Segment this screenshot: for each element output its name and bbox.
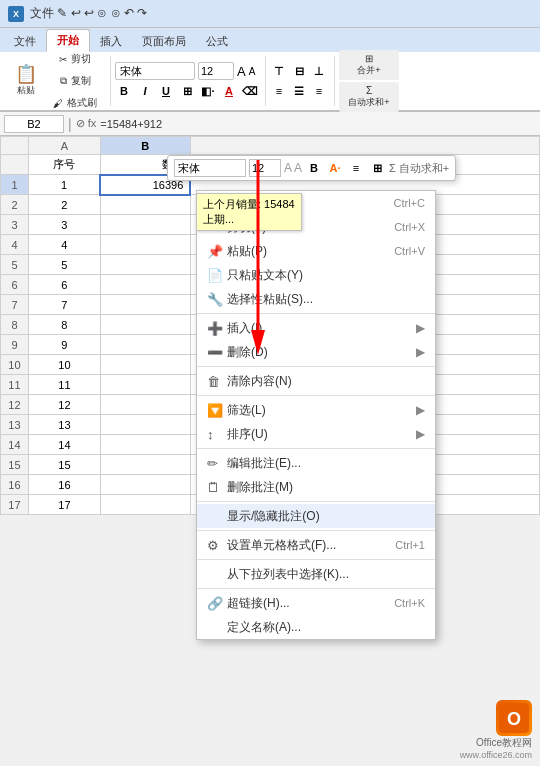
cell-a-5[interactable]: 5 (28, 255, 100, 275)
cell-a-11[interactable]: 11 (28, 375, 100, 395)
ctx-item-12[interactable]: 显示/隐藏批注(O) (197, 504, 435, 528)
ctx-item-5[interactable]: ➕ 插入(I) ▶ (197, 316, 435, 340)
fill-color-button[interactable]: ◧· (199, 82, 217, 100)
tab-file[interactable]: 文件 (4, 31, 46, 52)
cell-b-15[interactable] (100, 455, 190, 475)
row-header-5[interactable]: 5 (1, 255, 29, 275)
cell-b-6[interactable] (100, 275, 190, 295)
align-left-button[interactable]: ≡ (270, 82, 288, 100)
ctx-item-16[interactable]: 定义名称(A)... (197, 615, 435, 639)
col-header-a[interactable]: A (28, 137, 100, 155)
format-paint-button[interactable]: 🖌 格式刷 (46, 93, 104, 113)
ctx-item-2[interactable]: 📌 粘贴(P) Ctrl+V (197, 239, 435, 263)
align-center-button[interactable]: ☰ (290, 82, 308, 100)
font-size-inc[interactable]: A (237, 64, 246, 79)
tab-page-layout[interactable]: 页面布局 (132, 31, 196, 52)
row-header-4[interactable]: 4 (1, 235, 29, 255)
mini-border-button[interactable]: ⊞ (368, 159, 386, 177)
cell-b-7[interactable] (100, 295, 190, 315)
ctx-item-7[interactable]: 🗑 清除内容(N) (197, 369, 435, 393)
cell-b-11[interactable] (100, 375, 190, 395)
cell-a-4[interactable]: 4 (28, 235, 100, 255)
cell-a-1[interactable]: 1 (28, 175, 100, 195)
row-header-15[interactable]: 15 (1, 455, 29, 475)
cell-a-15[interactable]: 15 (28, 455, 100, 475)
mini-fill-button[interactable]: A· (326, 159, 344, 177)
bold-button[interactable]: B (115, 82, 133, 100)
font-name-input[interactable] (115, 62, 195, 80)
font-size-dec[interactable]: A (249, 66, 256, 77)
cut-button[interactable]: ✂ 剪切 (46, 49, 104, 69)
italic-button[interactable]: I (136, 82, 154, 100)
cell-a-6[interactable]: 6 (28, 275, 100, 295)
cell-a-2[interactable]: 2 (28, 195, 100, 215)
mini-font-size[interactable] (249, 159, 281, 177)
cell-b-2[interactable] (100, 195, 190, 215)
row-header-10[interactable]: 10 (1, 355, 29, 375)
cell-a-3[interactable]: 3 (28, 215, 100, 235)
cell-a-13[interactable]: 13 (28, 415, 100, 435)
cell-b-4[interactable] (100, 235, 190, 255)
formula-input[interactable] (100, 118, 536, 130)
align-top-button[interactable]: ⊤ (270, 62, 288, 80)
ctx-item-11[interactable]: 🗒 删除批注(M) (197, 475, 435, 499)
cell-a-9[interactable]: 9 (28, 335, 100, 355)
ctx-item-6[interactable]: ➖ 删除(D) ▶ (197, 340, 435, 364)
row-header-7[interactable]: 7 (1, 295, 29, 315)
row-header-9[interactable]: 9 (1, 335, 29, 355)
autosum-button[interactable]: Σ 自动求和+ (339, 82, 399, 112)
align-middle-button[interactable]: ⊟ (290, 62, 308, 80)
clear-format-button[interactable]: ⌫ (241, 82, 259, 100)
ctx-item-13[interactable]: ⚙ 设置单元格格式(F)... Ctrl+1 (197, 533, 435, 557)
ctx-item-15[interactable]: 🔗 超链接(H)... Ctrl+K (197, 591, 435, 615)
font-size-input[interactable] (198, 62, 234, 80)
font-color-button[interactable]: A (220, 82, 238, 100)
row-header-3[interactable]: 3 (1, 215, 29, 235)
cell-a-16[interactable]: 16 (28, 475, 100, 495)
cell-a-0[interactable]: 序号 (28, 155, 100, 175)
cell-b-16[interactable] (100, 475, 190, 495)
mini-bold-button[interactable]: B (305, 159, 323, 177)
row-header-12[interactable]: 12 (1, 395, 29, 415)
cell-b-9[interactable] (100, 335, 190, 355)
cell-b-17[interactable] (100, 495, 190, 515)
border-button[interactable]: ⊞ (178, 82, 196, 100)
cell-b-5[interactable] (100, 255, 190, 275)
cell-a-7[interactable]: 7 (28, 295, 100, 315)
row-header-17[interactable]: 17 (1, 495, 29, 515)
align-right-button[interactable]: ≡ (310, 82, 328, 100)
cell-b-3[interactable] (100, 215, 190, 235)
mini-font-name[interactable] (174, 159, 246, 177)
row-header-0[interactable] (1, 155, 29, 175)
underline-button[interactable]: U (157, 82, 175, 100)
tab-formula[interactable]: 公式 (196, 31, 238, 52)
row-header-1[interactable]: 1 (1, 175, 29, 195)
row-header-16[interactable]: 16 (1, 475, 29, 495)
cell-b-14[interactable] (100, 435, 190, 455)
copy-button[interactable]: ⧉ 复制 (46, 71, 104, 91)
cell-a-14[interactable]: 14 (28, 435, 100, 455)
cell-b-13[interactable] (100, 415, 190, 435)
ctx-item-8[interactable]: 🔽 筛选(L) ▶ (197, 398, 435, 422)
ctx-item-10[interactable]: ✏ 编辑批注(E)... (197, 451, 435, 475)
cell-b-10[interactable] (100, 355, 190, 375)
row-header-8[interactable]: 8 (1, 315, 29, 335)
cell-a-10[interactable]: 10 (28, 355, 100, 375)
cell-a-17[interactable]: 17 (28, 495, 100, 515)
row-header-13[interactable]: 13 (1, 415, 29, 435)
align-bottom-button[interactable]: ⊥ (310, 62, 328, 80)
ctx-item-9[interactable]: ↕ 排序(U) ▶ (197, 422, 435, 446)
cell-ref-input[interactable] (4, 115, 64, 133)
ctx-item-3[interactable]: 📄 只粘贴文本(Y) (197, 263, 435, 287)
col-header-b[interactable]: B (100, 137, 190, 155)
row-header-14[interactable]: 14 (1, 435, 29, 455)
cell-b-12[interactable] (100, 395, 190, 415)
merge-button[interactable]: ⊞ 合并+ (339, 50, 399, 80)
cell-a-8[interactable]: 8 (28, 315, 100, 335)
row-header-6[interactable]: 6 (1, 275, 29, 295)
paste-button[interactable]: 📋 粘贴 (8, 62, 44, 100)
row-header-11[interactable]: 11 (1, 375, 29, 395)
cell-b-8[interactable] (100, 315, 190, 335)
row-header-2[interactable]: 2 (1, 195, 29, 215)
ctx-item-14[interactable]: 从下拉列表中选择(K)... (197, 562, 435, 586)
